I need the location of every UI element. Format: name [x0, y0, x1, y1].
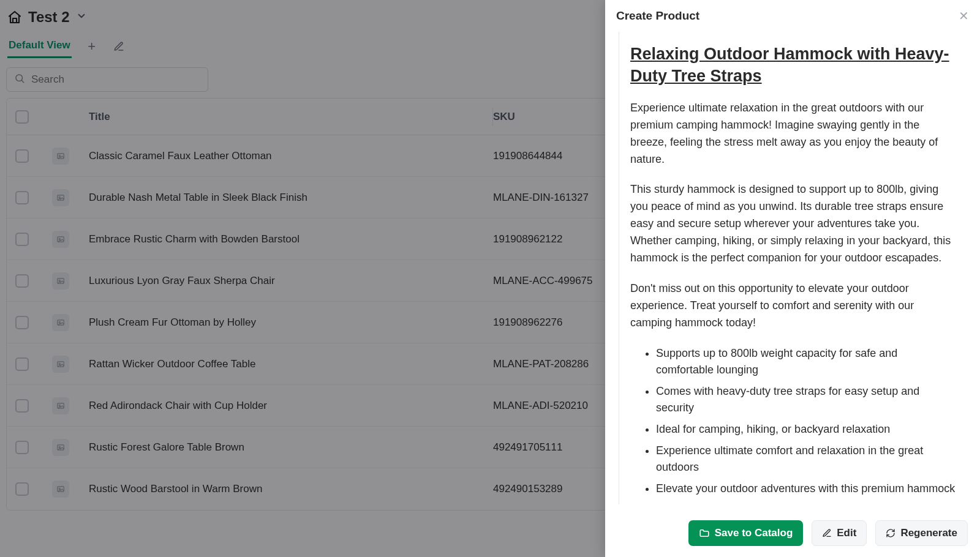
save-to-catalog-button[interactable]: Save to Catalog	[688, 520, 804, 546]
save-button-label: Save to Catalog	[715, 527, 793, 539]
product-bullet: Experience ultimate comfort and relaxati…	[656, 443, 958, 476]
edit-button[interactable]: Edit	[812, 520, 867, 546]
folder-icon	[699, 528, 710, 539]
product-paragraph: Experience ultimate relaxation in the gr…	[630, 100, 958, 168]
product-bullet: Supports up to 800lb weight capacity for…	[656, 345, 958, 378]
regenerate-button-label: Regenerate	[900, 527, 957, 539]
product-bullet: Comes with heavy-duty tree straps for ea…	[656, 383, 958, 416]
product-bullet: Elevate your outdoor adventures with thi…	[656, 480, 958, 497]
product-paragraph: This sturdy hammock is designed to suppo…	[630, 181, 958, 266]
product-title: Relaxing Outdoor Hammock with Heavy-Duty…	[630, 43, 958, 88]
edit-icon	[822, 528, 832, 538]
product-bullet: Ideal for camping, hiking, or backyard r…	[656, 421, 958, 438]
product-paragraph: Don't miss out on this opportunity to el…	[630, 280, 958, 332]
regenerate-button[interactable]: Regenerate	[875, 520, 968, 546]
close-icon[interactable]: ✕	[959, 9, 969, 23]
panel-title: Create Product	[616, 9, 699, 23]
edit-button-label: Edit	[837, 527, 856, 539]
refresh-icon	[886, 528, 895, 538]
create-product-panel: Create Product ✕ Relaxing Outdoor Hammoc…	[605, 0, 980, 557]
product-bullets: Supports up to 800lb weight capacity for…	[630, 345, 958, 497]
